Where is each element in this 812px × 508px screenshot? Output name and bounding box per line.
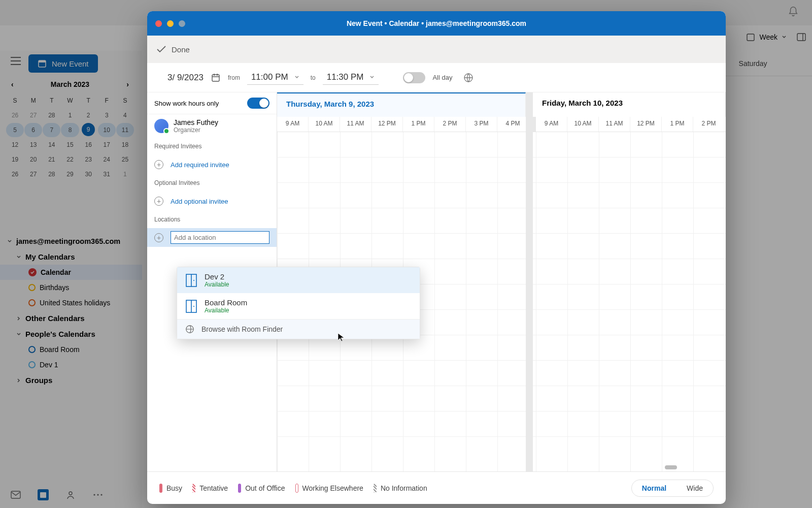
time-col-header: 1 PM — [403, 117, 434, 132]
work-hours-toggle[interactable] — [247, 98, 269, 109]
legend-noinfo: No Information — [374, 484, 427, 493]
door-icon — [185, 273, 197, 288]
horizontal-scrollbar[interactable] — [665, 465, 677, 469]
legend-tentative: Tentative — [192, 484, 228, 493]
modal-titlebar: New Event • Calendar • james@meetingroom… — [147, 11, 726, 36]
legend: Busy Tentative Out of Office Working Els… — [159, 484, 427, 493]
time-col-header: 9 AM — [277, 117, 309, 132]
svg-rect-10 — [212, 75, 219, 81]
allday-toggle[interactable] — [403, 72, 425, 83]
time-col-header: 12 PM — [371, 117, 403, 132]
time-col-header: 1 PM — [662, 117, 693, 132]
done-button[interactable]: Done — [156, 45, 190, 54]
maximize-icon[interactable] — [179, 20, 185, 27]
grid-row — [277, 183, 726, 208]
legend-elsewhere: Working Elsewhere — [295, 484, 363, 493]
add-required-invitee[interactable]: + Add required invitee — [147, 155, 277, 174]
door-icon — [185, 299, 197, 313]
room-option-dev2[interactable]: Dev 2 Available — [177, 267, 420, 293]
time-col-header: 11 AM — [599, 117, 630, 132]
grid-row — [277, 234, 726, 259]
to-time-dropdown[interactable]: 11:30 PM — [323, 70, 379, 85]
day-header-1: Thursday, March 9, 2023 — [277, 92, 526, 117]
chevron-down-icon — [294, 75, 299, 80]
modal-footer: Busy Tentative Out of Office Working Els… — [147, 471, 726, 504]
chevron-down-icon — [369, 75, 375, 80]
work-hours-label: Show work hours only — [154, 100, 219, 107]
mouse-cursor — [337, 333, 345, 342]
check-icon — [156, 45, 166, 53]
optional-invitees-label: Optional Invitees — [147, 174, 277, 192]
required-invitees-label: Required Invitees — [147, 138, 277, 155]
calendar-icon[interactable] — [211, 73, 221, 83]
from-time-dropdown[interactable]: 11:00 PM — [247, 70, 303, 85]
day-divider — [526, 92, 533, 471]
date-time-row: 3/ 9/2023 from 11:00 PM to 11:30 PM All … — [147, 63, 726, 92]
time-col-header: 9 AM — [536, 117, 567, 132]
view-wide-button[interactable]: Wide — [676, 480, 713, 496]
legend-ooo: Out of Office — [238, 484, 285, 493]
location-input[interactable] — [171, 231, 269, 244]
view-toggle: Normal Wide — [631, 480, 714, 497]
grid-row — [277, 386, 726, 411]
grid-row — [277, 208, 726, 234]
plus-icon: + — [154, 160, 163, 169]
window-controls — [155, 20, 185, 27]
status-check-icon — [163, 128, 170, 134]
organizer-name: James Futhey — [174, 118, 218, 126]
time-col-header: 11 AM — [340, 117, 371, 132]
modal-title: New Event • Calendar • james@meetingroom… — [347, 19, 526, 27]
time-col-header: 3 PM — [466, 117, 497, 132]
minimize-icon[interactable] — [167, 20, 174, 27]
time-col-header: 2 PM — [693, 117, 725, 132]
location-dropdown: Dev 2 Available Board Room Available Bro… — [177, 267, 420, 339]
locations-label: Locations — [147, 211, 277, 228]
modal-toolbar: Done — [147, 36, 726, 63]
time-col-header: 10 AM — [309, 117, 340, 132]
time-col-header: 10 AM — [567, 117, 599, 132]
close-icon[interactable] — [155, 20, 162, 27]
time-col-header: 4 PM — [497, 117, 529, 132]
grid-row — [277, 157, 726, 183]
scheduling-assistant-modal: New Event • Calendar • james@meetingroom… — [147, 11, 726, 504]
grid-row — [277, 361, 726, 386]
globe-icon[interactable] — [463, 73, 473, 83]
globe-search-icon — [185, 325, 194, 334]
plus-icon: + — [154, 233, 163, 242]
grid-row — [277, 132, 726, 157]
legend-busy: Busy — [159, 484, 182, 493]
plus-icon: + — [154, 197, 163, 206]
time-col-header: 12 PM — [630, 117, 662, 132]
day-header-2: Friday, March 10, 2023 — [533, 92, 726, 117]
room-option-boardroom[interactable]: Board Room Available — [177, 293, 420, 319]
avatar — [154, 119, 168, 133]
browse-room-finder[interactable]: Browse with Room Finder — [177, 319, 420, 339]
add-optional-invitee[interactable]: + Add optional invitee — [147, 192, 277, 211]
location-input-row: + — [147, 228, 277, 247]
organizer-row: James Futhey Organizer — [147, 114, 277, 138]
view-normal-button[interactable]: Normal — [632, 480, 676, 496]
time-col-header: 2 PM — [434, 117, 466, 132]
organizer-role: Organizer — [174, 126, 218, 134]
date-input[interactable]: 3/ 9/2023 — [167, 73, 204, 83]
grid-row — [277, 411, 726, 437]
